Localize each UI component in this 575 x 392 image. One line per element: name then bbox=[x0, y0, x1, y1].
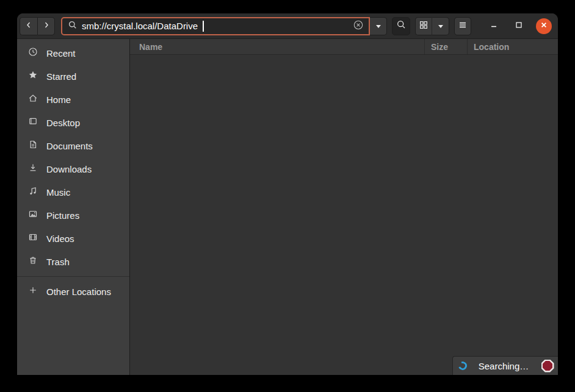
stop-octagon-fill bbox=[543, 361, 552, 371]
window-controls bbox=[486, 18, 552, 34]
film-icon bbox=[28, 232, 38, 244]
search-icon bbox=[396, 20, 407, 32]
search-status-bar: Searching… bbox=[452, 356, 558, 375]
sidebar-item-label: Home bbox=[46, 94, 71, 105]
star-icon bbox=[28, 70, 38, 82]
forward-button[interactable] bbox=[37, 17, 55, 35]
search-icon bbox=[68, 20, 78, 32]
hamburger-icon bbox=[458, 20, 468, 32]
column-header-location[interactable]: Location bbox=[467, 39, 558, 54]
location-history-dropdown-button[interactable] bbox=[370, 17, 387, 35]
sidebar-item-trash[interactable]: Trash bbox=[17, 250, 129, 273]
sidebar-item-label: Trash bbox=[46, 257, 70, 267]
sidebar-item-label: Pictures bbox=[46, 210, 79, 221]
sidebar-item-label: Desktop bbox=[46, 118, 80, 128]
home-icon bbox=[28, 93, 38, 105]
sidebar-item-label: Music bbox=[46, 187, 70, 198]
navigation-buttons bbox=[20, 17, 55, 35]
sidebar-item-other-locations[interactable]: Other Locations bbox=[17, 280, 129, 303]
view-options-group bbox=[415, 17, 449, 35]
sidebar-separator bbox=[17, 276, 129, 277]
sidebar-item-starred[interactable]: Starred bbox=[17, 65, 129, 88]
chevron-left-icon bbox=[24, 20, 34, 32]
titlebar: smb://crystal.local/DataDrive bbox=[17, 13, 558, 39]
sidebar-item-videos[interactable]: Videos bbox=[17, 227, 129, 250]
document-icon bbox=[28, 140, 38, 152]
sidebar-item-label: Documents bbox=[46, 141, 93, 151]
maximize-icon bbox=[514, 20, 524, 32]
close-icon bbox=[540, 21, 548, 32]
column-header-name[interactable]: Name bbox=[130, 39, 424, 54]
main-area: Recent Starred Home Desktop Documents Do… bbox=[17, 39, 558, 375]
sidebar-item-desktop[interactable]: Desktop bbox=[17, 111, 129, 134]
trash-icon bbox=[28, 255, 38, 268]
search-toggle-button[interactable] bbox=[392, 17, 410, 35]
location-search-input[interactable]: smb://crystal.local/DataDrive bbox=[61, 17, 370, 35]
text-cursor bbox=[203, 21, 204, 32]
file-manager-window: smb://crystal.local/DataDrive bbox=[17, 13, 558, 375]
view-dropdown-button[interactable] bbox=[432, 17, 449, 35]
minimize-icon bbox=[489, 20, 499, 32]
chevron-down-icon bbox=[438, 25, 443, 30]
grid-icon bbox=[419, 20, 429, 32]
sidebar-item-music[interactable]: Music bbox=[17, 180, 129, 204]
stop-octagon-icon bbox=[541, 360, 554, 372]
file-list-body[interactable] bbox=[130, 55, 558, 375]
close-button[interactable] bbox=[536, 18, 552, 34]
music-note-icon bbox=[28, 186, 38, 198]
file-list-pane: Name Size Location Searching… bbox=[130, 39, 558, 375]
sidebar-item-documents[interactable]: Documents bbox=[17, 134, 129, 157]
plus-icon bbox=[28, 285, 38, 298]
sidebar-item-label: Videos bbox=[46, 233, 74, 244]
hamburger-menu-button[interactable] bbox=[454, 17, 471, 35]
list-column-headers: Name Size Location bbox=[130, 39, 558, 55]
desktop-icon bbox=[28, 116, 38, 129]
download-icon bbox=[28, 163, 38, 175]
sidebar-item-label: Other Locations bbox=[46, 287, 111, 297]
stop-search-button[interactable] bbox=[540, 358, 555, 373]
chevron-right-icon bbox=[42, 20, 51, 32]
location-value: smb://crystal.local/DataDrive bbox=[82, 21, 198, 31]
sidebar-item-downloads[interactable]: Downloads bbox=[17, 157, 129, 180]
sidebar-item-label: Downloads bbox=[46, 164, 92, 174]
sidebar-item-label: Recent bbox=[46, 48, 76, 59]
sidebar-item-home[interactable]: Home bbox=[17, 88, 129, 111]
sidebar: Recent Starred Home Desktop Documents Do… bbox=[17, 39, 130, 375]
clock-icon bbox=[28, 47, 38, 59]
back-button[interactable] bbox=[20, 17, 37, 35]
searching-label: Searching… bbox=[467, 361, 540, 371]
chevron-down-icon bbox=[376, 25, 381, 30]
column-header-size[interactable]: Size bbox=[424, 39, 467, 54]
grid-view-button[interactable] bbox=[415, 17, 432, 35]
sidebar-item-pictures[interactable]: Pictures bbox=[17, 204, 129, 227]
clear-input-icon[interactable] bbox=[353, 20, 364, 33]
location-bar-group: smb://crystal.local/DataDrive bbox=[61, 17, 387, 35]
sidebar-item-label: Starred bbox=[46, 71, 76, 82]
picture-icon bbox=[28, 209, 38, 221]
sidebar-item-recent[interactable]: Recent bbox=[17, 41, 129, 65]
maximize-button[interactable] bbox=[511, 18, 527, 34]
minimize-button[interactable] bbox=[486, 18, 502, 34]
